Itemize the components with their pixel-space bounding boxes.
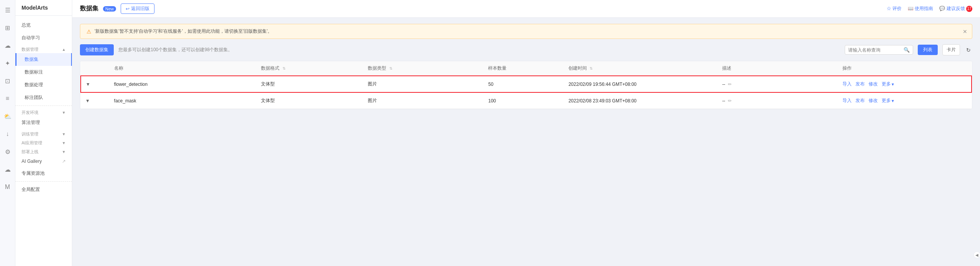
action-group-2: 导入 发布 修改 更多 ▾ (842, 97, 967, 104)
toolbar: 创建数据集 您最多可以创建100个数据集，还可以创建98个数据集。 🔍 列表 卡… (80, 44, 972, 55)
td-time-2: 2022/02/08 23:49:03 GMT+08:00 (564, 92, 718, 109)
td-time-1: 2022/02/09 19:56:44 GMT+08:00 (564, 76, 718, 92)
usage-icon: 📖 (908, 6, 915, 11)
letter-icon[interactable]: M (2, 181, 14, 193)
th-time[interactable]: 创建时间 ⇅ (564, 61, 718, 76)
create-dataset-button[interactable]: 创建数据集 (80, 44, 114, 55)
main-content: 数据集 New ↩ 返回旧版 ☆ 评价 📖 使用指南 💬 建议反馈 17 ⚠ '… (72, 0, 980, 266)
td-format-1: 文体型 (256, 76, 363, 92)
td-type-1: 图片 (363, 76, 483, 92)
type-sort-icon: ⇅ (389, 66, 392, 70)
td-desc-1: -- ✏ (718, 76, 838, 92)
modify-action-2[interactable]: 修改 (869, 97, 878, 104)
sidebar-item-algo[interactable]: 算法管理 (15, 116, 72, 129)
more-chevron-2: ▾ (892, 98, 894, 104)
sidebar-item-data-label[interactable]: 数据标注 (15, 66, 72, 79)
data-icon[interactable]: ⊡ (2, 75, 14, 87)
search-input[interactable] (848, 47, 902, 53)
sidebar-section-data: 数据管理 ▲ (15, 44, 72, 53)
sidebar-section-ai: AI应用管理 ▼ (15, 138, 72, 147)
home-icon[interactable]: ⊞ (2, 22, 14, 34)
refresh-button[interactable]: ↻ (965, 45, 972, 55)
rate-link[interactable]: ☆ 评价 (887, 5, 902, 12)
usage-link[interactable]: 📖 使用指南 (908, 5, 933, 12)
feedback-link[interactable]: 💬 建议反馈 17 (939, 5, 972, 12)
td-name-1[interactable]: flower_detection (110, 76, 257, 92)
desc-edit-icon-2[interactable]: ✏ (728, 98, 732, 104)
section-arrow-train[interactable]: ▼ (62, 132, 66, 136)
sidebar-item-pool[interactable]: 专属资源池 (15, 167, 72, 180)
table-header: 名称 数据格式 ⇅ 数据类型 ⇅ 样本数量 (81, 61, 972, 76)
td-actions-2: 导入 发布 修改 更多 ▾ (838, 92, 972, 109)
table-row: ▼ flower_detection 文体型 图片 50 (81, 76, 972, 92)
sidebar-item-data-process[interactable]: 数据处理 (15, 79, 72, 91)
format-sort-icon: ⇅ (282, 66, 286, 70)
sidebar-item-global-config[interactable]: 全局配置 (15, 183, 72, 196)
page-title: 数据集 (80, 5, 98, 13)
sidebar-item-dataset[interactable]: 数据集 (15, 53, 72, 66)
sidebar-item-gallery[interactable]: AI Gallery ↗ (15, 156, 72, 167)
td-name-2[interactable]: face_mask (110, 92, 257, 109)
back-button[interactable]: ↩ 返回旧版 (121, 3, 154, 14)
desc-edit-icon-1[interactable]: ✏ (728, 82, 732, 87)
back-arrow-icon: ↩ (126, 6, 130, 12)
th-desc: 描述 (718, 61, 838, 76)
topbar-right: ☆ 评价 📖 使用指南 💬 建议反馈 17 (887, 5, 972, 12)
sidebar-section-train: 训练管理 ▼ (15, 129, 72, 138)
card-view-button[interactable]: 卡片 (942, 44, 960, 55)
chart-icon[interactable]: ≡ (2, 92, 14, 105)
toolbar-hint: 您最多可以创建100个数据集，还可以创建98个数据集。 (118, 47, 840, 53)
menu-icon[interactable]: ☰ (2, 4, 14, 16)
feedback-icon: 💬 (939, 6, 946, 11)
logo: ModelArts (22, 5, 48, 11)
more-chevron-1: ▾ (892, 82, 894, 87)
th-type[interactable]: 数据类型 ⇅ (363, 61, 483, 76)
td-count-2: 100 (483, 92, 564, 109)
warning-close-btn[interactable]: ✕ (963, 28, 967, 35)
feedback-count: 17 (966, 6, 972, 12)
auto-learn-icon[interactable]: ✦ (2, 57, 14, 69)
import-action-1[interactable]: 导入 (842, 81, 852, 87)
th-name: 名称 (110, 61, 257, 76)
td-desc-2: -- ✏ (718, 92, 838, 109)
icon-sidebar: ☰ ⊞ ☁ ✦ ⊡ ≡ ⛅ ↓ ⚙ ☁ M (0, 0, 15, 266)
dataset-table: 名称 数据格式 ⇅ 数据类型 ⇅ 样本数量 (80, 61, 972, 109)
download-icon[interactable]: ↓ (2, 128, 14, 140)
content-area: ⚠ '新版数据集'暂不支持'自动学习'和'在线服务'，如需使用此功能，请切换至'… (72, 18, 980, 266)
list-view-button[interactable]: 列表 (918, 45, 938, 55)
sidebar-item-overview[interactable]: 总览 (15, 19, 72, 32)
th-expand (81, 61, 110, 76)
sidebar-item-label-team[interactable]: 标注团队 (15, 91, 72, 104)
rate-icon: ☆ (887, 6, 892, 11)
publish-action-1[interactable]: 发布 (855, 81, 865, 87)
search-icon[interactable]: 🔍 (904, 47, 910, 53)
warning-icon: ⚠ (86, 28, 91, 35)
modify-action-1[interactable]: 修改 (869, 81, 878, 87)
section-arrow-ai[interactable]: ▼ (62, 141, 66, 145)
td-expand-1[interactable]: ▼ (81, 76, 110, 92)
td-format-2: 文体型 (256, 92, 363, 109)
more-action-1[interactable]: 更多 ▾ (882, 81, 894, 87)
sidebar-nav: 总览 自动学习 数据管理 ▲ 数据集 数据标注 数据处理 标注团队 开发环境 ▼… (15, 16, 72, 266)
sidebar-item-auto-learn[interactable]: 自动学习 (15, 32, 72, 44)
cloud-icon[interactable]: ☁ (2, 39, 14, 52)
time-sort-icon: ⇅ (590, 66, 593, 70)
import-action-2[interactable]: 导入 (842, 97, 852, 104)
section-arrow[interactable]: ▲ (62, 47, 66, 52)
publish-action-2[interactable]: 发布 (855, 97, 865, 104)
th-format[interactable]: 数据格式 ⇅ (256, 61, 363, 76)
td-expand-2[interactable]: ▼ (81, 92, 110, 109)
section-arrow-deploy[interactable]: ▼ (62, 150, 66, 154)
gallery-link-icon: ↗ (62, 159, 66, 164)
more-action-2[interactable]: 更多 ▾ (882, 97, 894, 104)
search-box: 🔍 (845, 45, 913, 55)
warning-text: '新版数据集'暂不支持'自动学习'和'在线服务'，如需使用此功能，请切换至'旧版… (95, 28, 272, 35)
cloud2-icon[interactable]: ⛅ (2, 110, 14, 122)
section-arrow-dev[interactable]: ▼ (62, 110, 66, 115)
cloud3-icon[interactable]: ☁ (2, 163, 14, 176)
td-actions-1: 导入 发布 修改 更多 ▾ (838, 76, 972, 92)
action-group-1: 导入 发布 修改 更多 ▾ (842, 81, 967, 87)
expand-icon-2[interactable]: ▼ (85, 98, 90, 104)
settings-icon[interactable]: ⚙ (2, 146, 14, 158)
expand-icon-1[interactable]: ▼ (86, 82, 90, 87)
